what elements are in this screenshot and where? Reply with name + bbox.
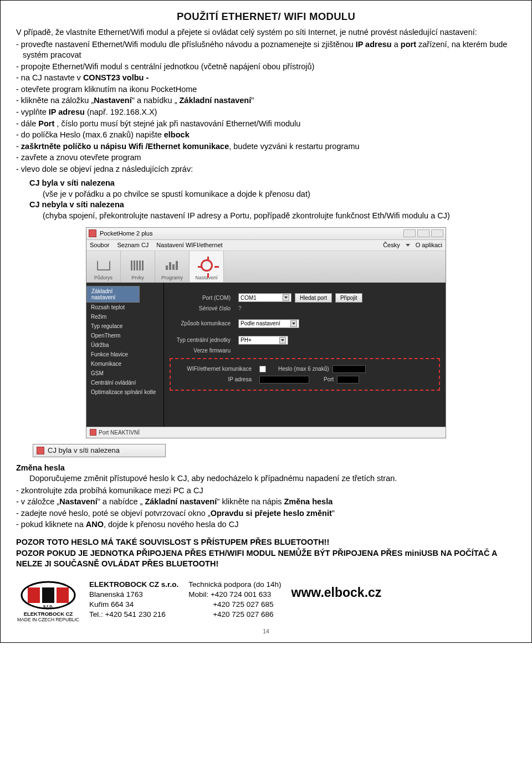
msg1-body: (vše je v pořádku a po chvilce se spustí… <box>43 189 516 200</box>
settings-form: Port (COM) COM1 Hledat port Připojit Sér… <box>164 283 446 427</box>
gear-icon <box>201 259 213 272</box>
app-window: PocketHome 2 plus Soubor Seznam CJ Nasta… <box>86 227 446 438</box>
change-password-intro: Doporučujeme změnit přístupové heslo k C… <box>29 473 516 484</box>
sidebar-item-rezim[interactable]: Režim <box>86 312 163 321</box>
change-steps: zkontrolujte zda probíhá komunikace mezi… <box>16 485 516 530</box>
port-com-select[interactable]: COM1 <box>238 293 291 302</box>
step: klikněte na záložku „Nastavení" a nabídk… <box>16 95 516 106</box>
main-tabs: Půdorys Prvky Programy Nastavení <box>86 251 446 283</box>
menubar: Soubor Seznam CJ Nastavení WIFI/ethernet… <box>86 240 446 251</box>
window-title: PocketHome 2 plus <box>100 230 152 237</box>
hledat-port-button[interactable]: Hledat port <box>295 293 332 303</box>
svg-text:s.r.o.: s.r.o. <box>43 604 54 609</box>
step: vyplňte IP adresu (např. 192.168.X.X) <box>16 107 516 118</box>
wifi-label: WIFI/ethernet komunikace <box>173 366 256 372</box>
port-input[interactable] <box>337 376 359 384</box>
support-mobile: Mobil: +420 724 001 633 <box>188 590 281 600</box>
support-block: Technická podpora (do 14h) Mobil: +420 7… <box>188 580 281 620</box>
msg1-head: CJ byla v síti nalezena <box>29 178 516 189</box>
menu-cesky[interactable]: Česky <box>383 242 400 248</box>
tab-pudorys[interactable]: Půdorys <box>86 251 121 282</box>
step: otevřete program kliknutím na ikonu Pock… <box>16 84 516 95</box>
step: dále Port , číslo portu musí být stejné … <box>16 119 516 130</box>
menu-o-aplikaci[interactable]: O aplikaci <box>416 242 442 248</box>
addr-line: Kuřim 664 34 <box>89 600 178 610</box>
sidebar-item-typ[interactable]: Typ regulace <box>86 321 163 331</box>
tab-label: Programy <box>161 275 183 280</box>
page-title: POUŽITÍ ETHERNET/ WIFI MODULU <box>16 11 516 23</box>
page: POUŽITÍ ETHERNET/ WIFI MODULU V případě,… <box>0 0 532 643</box>
ip-input[interactable] <box>259 376 309 384</box>
menu-nastaveni-wifi[interactable]: Nastavení WIFI/ethernet <box>156 242 222 248</box>
settings-sidebar: Základní nastavení Rozsah teplot Režim T… <box>86 283 164 427</box>
company-block: ELEKTROBOCK CZ s.r.o. Blanenská 1763 Kuř… <box>89 580 178 620</box>
wifi-checkbox[interactable] <box>259 366 266 372</box>
sidebar-item-udrzba[interactable]: Údržba <box>86 340 163 350</box>
sidebar-item-optimal[interactable]: Optimalizace spínání kotle <box>86 387 163 397</box>
website-url: www.elbock.cz <box>291 585 382 600</box>
heslo-input[interactable] <box>332 365 366 373</box>
tab-programy[interactable]: Programy <box>155 251 190 282</box>
company-logo: s.r.o. ELEKTROBOCK CZ MADE IN CZECH REPU… <box>17 580 79 622</box>
msg2-head: CJ nebyla v síti nalezena <box>29 200 516 211</box>
steps-list: proveďte nastavení Ethernet/Wifi modulu … <box>16 39 516 175</box>
step: proveďte nastavení Ethernet/Wifi modulu … <box>16 39 516 61</box>
status-indicator-icon <box>90 429 96 436</box>
mini-status-strip: CJ byla v síti nalezena <box>33 444 166 457</box>
sidebar-item-funkce[interactable]: Funkce hlavice <box>86 350 163 359</box>
minimize-button[interactable] <box>403 229 416 237</box>
brand-name: ELEKTROBOCK CZ <box>24 611 73 617</box>
programs-icon <box>166 261 179 270</box>
support-phone: +420 725 027 686 <box>188 610 281 620</box>
addr-line: Blanenská 1763 <box>89 590 178 600</box>
page-number: 14 <box>16 628 516 635</box>
svg-rect-1 <box>28 587 40 603</box>
change-password-head: Změna hesla <box>16 463 65 472</box>
change-step: pokud kliknete na ANO, dojde k přenosu n… <box>16 519 516 530</box>
step: na CJ nastavte v CONST23 volbu - <box>16 73 516 84</box>
sidebar-item-opentherm[interactable]: OpenTherm <box>86 331 163 340</box>
tab-nastaveni[interactable]: Nastavení <box>190 251 224 282</box>
sidebar-item-zakladni[interactable]: Základní nastavení <box>86 286 140 303</box>
maximize-button[interactable] <box>417 229 429 237</box>
close-button[interactable] <box>431 229 443 237</box>
sidebar-item-gsm[interactable]: GSM <box>86 369 163 378</box>
tab-label: Nastavení <box>195 275 218 280</box>
msg2-body: (chyba spojení, překontrolujte nastavení… <box>43 211 516 222</box>
support-phone: +420 725 027 685 <box>188 600 281 610</box>
company-name: ELEKTROBOCK CZ s.r.o. <box>89 580 178 590</box>
step: do políčka Heslo (max.6 znaků) napište e… <box>16 130 516 141</box>
change-step: zkontrolujte zda probíhá komunikace mezi… <box>16 485 516 497</box>
sidebar-item-central[interactable]: Centrální ovládání <box>86 378 163 387</box>
status-bar: Port NEAKTIVNÍ <box>86 427 446 438</box>
typ-select[interactable]: PH+ <box>238 336 288 345</box>
change-step: zadejte nové heslo, poté se objeví potvr… <box>16 508 516 519</box>
chevron-down-icon <box>290 320 297 327</box>
radiator-icon <box>131 260 145 270</box>
seriove-value: ? <box>238 305 242 311</box>
port-label: Port <box>324 376 334 382</box>
step: zaškrtněte políčko u nápisu Wifi /Ethern… <box>16 141 516 152</box>
status-text: Port NEAKTIVNÍ <box>99 430 140 436</box>
menu-soubor[interactable]: Soubor <box>90 242 109 248</box>
tab-prvky[interactable]: Prvky <box>121 251 155 282</box>
menu-seznam-cj[interactable]: Seznam CJ <box>117 242 149 248</box>
chevron-down-icon[interactable] <box>406 244 410 247</box>
typ-label: Typ centrální jednotky <box>170 337 235 343</box>
warning-1: POZOR TOTO HESLO MÁ TAKÉ SOUVISLOST S PŘ… <box>16 537 516 548</box>
ip-label: IP adresa <box>173 376 256 382</box>
change-step: v záložce „Nastavení" a nabídce „ Základ… <box>16 497 516 508</box>
sidebar-item-komunikace[interactable]: Komunikace <box>86 359 163 369</box>
intro-paragraph: V případě, že vlastníte Ethernet/Wifi mo… <box>16 27 516 38</box>
chevron-down-icon <box>283 294 289 301</box>
warning-2: POZOR POKUD JE JEDNOTKA PŘIPOJENA PŘES E… <box>16 548 516 570</box>
sidebar-item-rozsah[interactable]: Rozsah teplot <box>86 303 163 312</box>
step: vlevo dole se objeví jedna z následující… <box>16 164 516 175</box>
zpusob-select[interactable]: Podle nastavení <box>238 319 299 328</box>
port-com-label: Port (COM) <box>170 295 235 301</box>
window-buttons <box>403 229 443 237</box>
svg-rect-2 <box>42 587 54 603</box>
chevron-down-icon <box>279 337 286 344</box>
pripojit-button[interactable]: Připojit <box>335 293 362 303</box>
titlebar: PocketHome 2 plus <box>86 228 446 240</box>
